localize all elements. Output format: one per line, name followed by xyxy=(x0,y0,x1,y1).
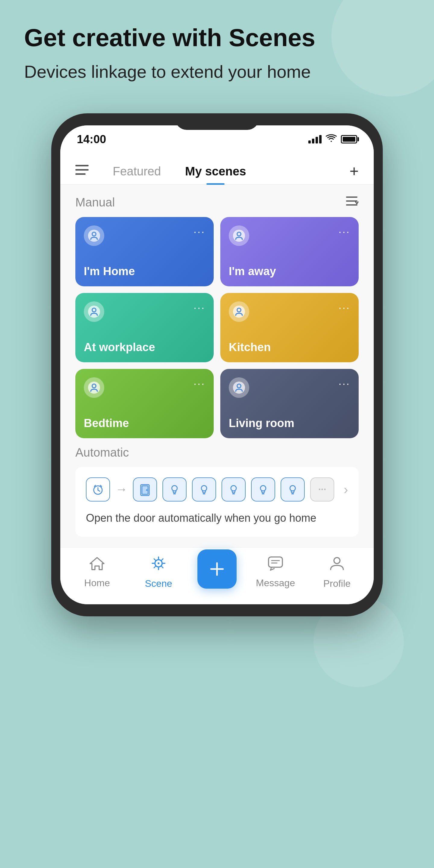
svg-point-19 xyxy=(146,489,148,491)
scene-card-im-away[interactable]: ··· I'm away xyxy=(220,217,359,286)
nav-tabs: Featured My scenes + xyxy=(60,150,374,185)
scene-icon-kitchen xyxy=(229,301,249,322)
home-nav-icon xyxy=(89,556,105,575)
scene-more-at-workplace[interactable]: ··· xyxy=(193,301,205,314)
add-scene-button[interactable]: + xyxy=(350,162,359,180)
automatic-description: Open the door automatically when you go … xyxy=(86,510,348,526)
svg-line-14 xyxy=(98,490,100,491)
status-time: 14:00 xyxy=(77,133,106,146)
nav-item-home[interactable]: Home xyxy=(74,556,120,589)
bottom-nav: Home xyxy=(60,547,374,604)
svg-point-29 xyxy=(260,486,266,491)
svg-point-20 xyxy=(172,486,177,491)
svg-point-26 xyxy=(231,486,236,491)
scene-more-bedtime[interactable]: ··· xyxy=(193,377,205,390)
svg-point-11 xyxy=(237,384,241,388)
sort-icon[interactable] xyxy=(345,195,359,210)
scene-more-im-home[interactable]: ··· xyxy=(193,225,205,238)
nav-item-message[interactable]: Message xyxy=(253,556,298,589)
phone-notch xyxy=(175,113,259,130)
svg-point-32 xyxy=(290,486,296,491)
nav-item-scene[interactable]: Scene xyxy=(136,555,181,589)
door-icon-box xyxy=(133,477,157,501)
scene-nav-icon xyxy=(150,555,167,575)
scene-icon-living-room xyxy=(229,377,249,398)
message-nav-icon xyxy=(267,556,284,575)
svg-point-10 xyxy=(92,384,96,388)
scene-card-kitchen[interactable]: ··· Kitchen xyxy=(220,293,359,362)
svg-point-8 xyxy=(92,308,96,312)
scene-nav-label: Scene xyxy=(145,578,173,589)
tab-featured[interactable]: Featured xyxy=(101,158,173,184)
svg-point-50 xyxy=(334,558,340,564)
scene-content: Manual xyxy=(60,185,374,547)
svg-rect-2 xyxy=(75,173,86,175)
alarm-icon-box xyxy=(86,477,110,501)
home-nav-label: Home xyxy=(84,578,110,589)
profile-nav-icon xyxy=(329,555,345,575)
message-nav-label: Message xyxy=(256,578,295,589)
svg-rect-0 xyxy=(75,165,89,166)
scene-name-im-away: I'm away xyxy=(229,265,350,278)
automatic-card[interactable]: → xyxy=(75,467,359,537)
status-icons xyxy=(308,134,357,145)
menu-icon[interactable] xyxy=(75,164,89,179)
bulb-icon-box-2 xyxy=(192,477,216,501)
svg-line-44 xyxy=(154,566,156,568)
svg-point-9 xyxy=(237,308,241,312)
scene-name-living-room: Living room xyxy=(229,417,350,430)
bulb-icon-box-3 xyxy=(221,477,246,501)
svg-point-7 xyxy=(237,232,241,236)
scene-name-kitchen: Kitchen xyxy=(229,341,350,354)
bulb-icon-box-1 xyxy=(162,477,187,501)
phone-device: 14:00 xyxy=(51,113,383,616)
scene-card-im-home[interactable]: ··· I'm Home xyxy=(75,217,214,286)
profile-nav-label: Profile xyxy=(323,578,351,589)
svg-line-43 xyxy=(161,559,163,560)
svg-rect-1 xyxy=(75,169,89,170)
scene-grid: ··· I'm Home xyxy=(75,217,359,438)
tab-my-scenes[interactable]: My scenes xyxy=(173,158,258,184)
arrow-icon: → xyxy=(116,483,127,496)
bulb-icon-box-5 xyxy=(281,477,305,501)
manual-section-title: Manual xyxy=(75,195,115,209)
bulb-icon-box-4 xyxy=(251,477,275,501)
scene-name-bedtime: Bedtime xyxy=(84,417,205,430)
wifi-icon xyxy=(326,134,337,145)
scene-card-bedtime[interactable]: ··· Bedtime xyxy=(75,369,214,438)
scene-icon-at-workplace xyxy=(84,301,104,322)
automatic-section: Automatic xyxy=(75,446,359,537)
more-icon-box: ··· xyxy=(310,477,334,501)
automatic-section-title: Automatic xyxy=(75,446,129,459)
scene-icon-im-home xyxy=(84,225,104,246)
svg-rect-47 xyxy=(269,557,282,567)
chevron-right-icon[interactable]: › xyxy=(344,482,348,497)
scene-name-im-home: I'm Home xyxy=(84,265,205,278)
scene-card-at-workplace[interactable]: ··· At workplace xyxy=(75,293,214,362)
automatic-icons-row: → xyxy=(86,477,348,501)
scene-card-living-room[interactable]: ··· Living room xyxy=(220,369,359,438)
phone-screen: 14:00 xyxy=(60,125,374,604)
svg-point-36 xyxy=(158,562,159,564)
scene-more-kitchen[interactable]: ··· xyxy=(338,301,350,314)
scene-name-at-workplace: At workplace xyxy=(84,341,205,354)
scene-more-im-away[interactable]: ··· xyxy=(338,225,350,238)
nav-item-profile[interactable]: Profile xyxy=(314,555,360,589)
svg-point-6 xyxy=(92,232,96,236)
scene-icon-bedtime xyxy=(84,377,104,398)
scene-icon-im-away xyxy=(229,225,249,246)
signal-icon xyxy=(308,135,321,144)
svg-line-42 xyxy=(161,566,163,568)
add-button[interactable] xyxy=(197,550,237,589)
svg-point-23 xyxy=(201,486,207,491)
scene-more-living-room[interactable]: ··· xyxy=(338,377,350,390)
battery-icon xyxy=(341,135,357,144)
manual-section-header: Manual xyxy=(75,195,359,210)
svg-line-41 xyxy=(154,559,156,560)
